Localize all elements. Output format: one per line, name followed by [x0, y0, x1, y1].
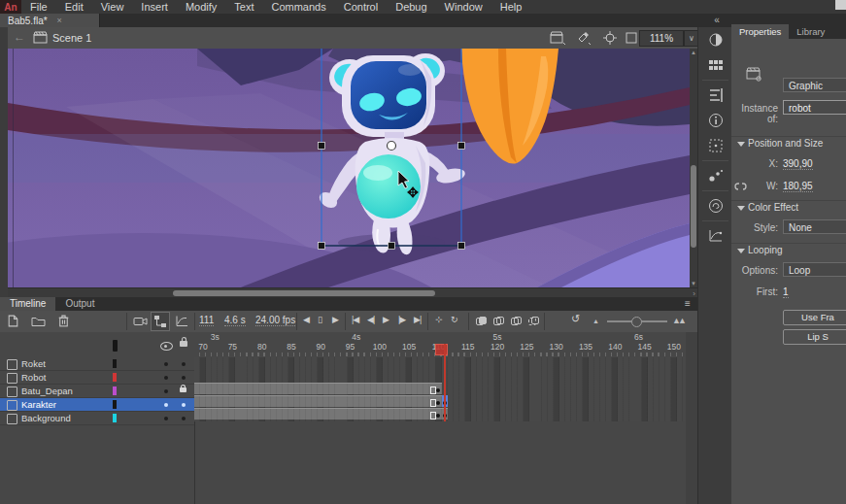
elapsed-time-value[interactable]: 4.6 s	[224, 315, 246, 326]
layer-locked-icon[interactable]	[180, 387, 186, 392]
layer-lock-dot[interactable]	[182, 376, 186, 380]
tab-properties[interactable]: Properties	[731, 24, 789, 39]
layer-lock-dot[interactable]	[182, 362, 186, 366]
layer-row-karakter[interactable]: Karakter	[0, 398, 194, 412]
new-folder-icon[interactable]	[31, 314, 46, 328]
frame-span-batu_depan[interactable]	[194, 383, 442, 394]
step-back-one-button[interactable]: ◀|	[367, 315, 374, 324]
go-to-first-frame-button[interactable]: |◀	[352, 315, 358, 324]
onion-skin-icon[interactable]	[476, 317, 487, 325]
info-icon[interactable]	[698, 108, 732, 133]
layer-outline-color[interactable]	[113, 414, 117, 422]
use-frame-picker-button[interactable]: Use Fra	[783, 310, 846, 325]
layer-row-background[interactable]: Background	[0, 412, 194, 425]
play-button[interactable]: ▶	[383, 315, 389, 324]
current-frame-value[interactable]: 111	[199, 315, 214, 326]
layer-visibility-dot[interactable]	[164, 403, 168, 407]
current-frame-box-button[interactable]: ▯	[318, 315, 321, 324]
scene-name[interactable]: Scene 1	[52, 32, 91, 44]
onion-outlines-icon[interactable]	[493, 317, 504, 325]
menu-item-text[interactable]: Text	[225, 0, 262, 14]
tab-library[interactable]: Library	[789, 24, 832, 39]
horizontal-scroll-thumb[interactable]	[173, 290, 435, 296]
layer-row-robot[interactable]: Robot	[0, 371, 194, 385]
timeline-frames-area[interactable]: 3s4s5s6s70758085909510010511011512012513…	[194, 332, 686, 504]
layer-outline-color[interactable]	[113, 400, 117, 409]
edit-multiple-frames-icon[interactable]	[511, 317, 522, 325]
step-forward-one-button[interactable]: |▶	[398, 315, 405, 324]
snap-icon[interactable]	[698, 163, 732, 188]
scroll-up-icon[interactable]: ▲	[690, 49, 697, 56]
collapse-dock-icon[interactable]: «	[707, 14, 727, 27]
step-back-button[interactable]: ◀	[303, 315, 309, 324]
menu-item-debug[interactable]: Debug	[387, 0, 435, 14]
edit-scene-icon[interactable]	[550, 31, 565, 45]
menu-item-window[interactable]: Window	[436, 0, 491, 14]
first-frame-value[interactable]: 1	[783, 286, 789, 298]
motion-editor-icon[interactable]	[698, 223, 732, 249]
go-to-last-frame-button[interactable]: ▶|	[414, 315, 421, 324]
frame-rate-value[interactable]: 24.00 fps	[255, 315, 295, 326]
outline-color-icon[interactable]	[113, 340, 118, 352]
layer-lock-dot[interactable]	[182, 417, 186, 420]
menu-item-insert[interactable]: Insert	[132, 0, 177, 14]
close-tab-icon[interactable]: ×	[57, 16, 62, 25]
layer-outline-color[interactable]	[113, 386, 117, 395]
section-color-effect[interactable]: Color Effect	[731, 200, 846, 215]
delete-layer-icon[interactable]	[56, 314, 71, 328]
eye-icon[interactable]	[160, 342, 173, 351]
layer-lock-dot[interactable]	[182, 403, 186, 407]
swatches-icon[interactable]	[698, 52, 732, 78]
lock-icon[interactable]	[180, 337, 187, 347]
new-layer-icon[interactable]	[6, 314, 20, 328]
timeline-zoom-slider[interactable]	[607, 320, 667, 322]
step-forward-button[interactable]: ▶	[332, 315, 338, 324]
lip-syncing-button[interactable]: Lip S	[783, 329, 846, 345]
modify-markers-icon[interactable]	[528, 317, 539, 325]
layer-row-roket[interactable]: Roket	[0, 357, 194, 371]
graph-view-icon[interactable]	[175, 314, 189, 328]
camera-icon[interactable]	[133, 314, 148, 328]
align-icon[interactable]	[698, 83, 732, 108]
layer-visibility-dot[interactable]	[164, 389, 168, 393]
menu-item-control[interactable]: Control	[335, 0, 387, 14]
section-looping[interactable]: Looping	[731, 243, 846, 257]
edit-symbols-icon[interactable]	[576, 31, 592, 45]
timeline-zoom-in-icon[interactable]: ▲▲	[672, 316, 684, 325]
vertical-scroll-thumb[interactable]	[691, 165, 696, 248]
timeline-scrollbar[interactable]	[686, 332, 697, 504]
menu-item-help[interactable]: Help	[491, 0, 531, 14]
layer-outline-color[interactable]	[113, 359, 117, 368]
frame-span-background[interactable]	[194, 408, 448, 420]
frame-span-karakter[interactable]	[194, 395, 448, 407]
instance-name-field[interactable]: robot	[783, 100, 846, 115]
style-dropdown[interactable]: None	[783, 219, 846, 234]
center-stage-icon[interactable]	[602, 31, 618, 45]
center-frame-button[interactable]: ⊹	[435, 315, 442, 324]
clip-content-icon[interactable]	[624, 31, 639, 45]
playhead-marker[interactable]	[435, 344, 447, 355]
color-icon[interactable]	[698, 27, 732, 52]
loop-options-dropdown[interactable]: Loop	[783, 262, 846, 277]
tab-output[interactable]: Output	[55, 297, 104, 311]
w-value[interactable]: 180,95	[783, 181, 813, 192]
menu-item-view[interactable]: View	[92, 0, 133, 14]
layer-row-batu_depan[interactable]: Batu_Depan	[0, 385, 194, 398]
section-position-size[interactable]: Position and Size	[731, 136, 846, 151]
menu-item-modify[interactable]: Modify	[177, 0, 225, 14]
layer-visibility-dot[interactable]	[164, 376, 168, 380]
tab-timeline[interactable]: Timeline	[0, 297, 55, 311]
parent-view-icon[interactable]	[151, 312, 170, 331]
stage-canvas[interactable]	[8, 49, 690, 287]
menu-item-edit[interactable]: Edit	[56, 0, 92, 14]
reset-timeline-zoom-icon[interactable]: ↺	[571, 313, 580, 325]
transform-icon[interactable]	[698, 133, 732, 158]
menu-item-commands[interactable]: Commands	[262, 0, 334, 14]
document-tab[interactable]: Bab5.fla* ×	[0, 14, 100, 27]
creative-cloud-icon[interactable]	[698, 193, 732, 218]
stage-zoom-value[interactable]: 111%	[639, 30, 684, 47]
frames-grid[interactable]	[194, 357, 686, 421]
stage-vertical-scrollbar[interactable]: ▲ ▼	[690, 49, 697, 287]
loop-button[interactable]: ↻	[451, 315, 457, 324]
timeline-zoom-out-icon[interactable]: ▲	[592, 318, 599, 324]
